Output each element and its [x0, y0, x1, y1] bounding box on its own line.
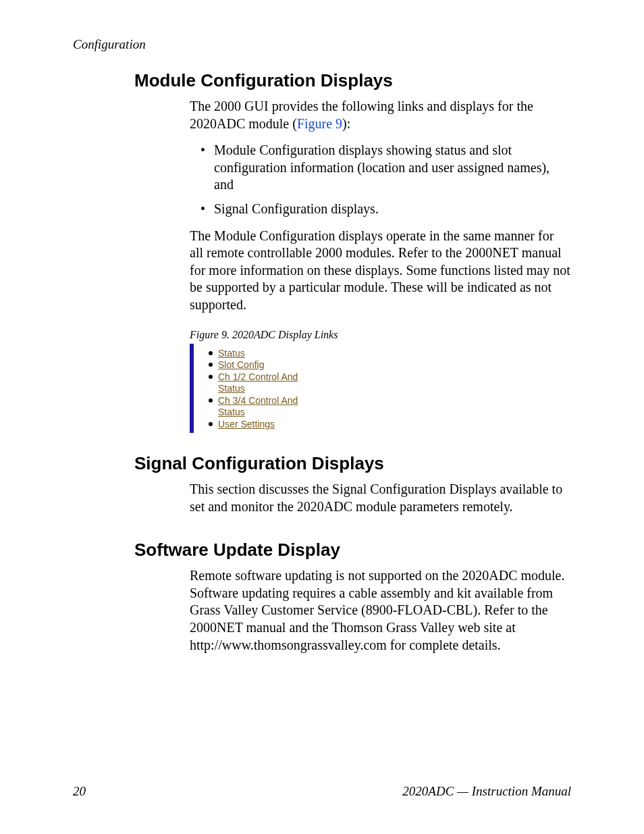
link-user-settings[interactable]: User Settings: [218, 419, 275, 429]
paragraph: This section discusses the Signal Config…: [190, 481, 570, 515]
heading-software-update: Software Update Display: [134, 540, 570, 561]
list-item: Signal Configuration displays.: [203, 201, 570, 218]
paragraph: The Module Configuration displays operat…: [190, 228, 570, 314]
link-slot-config[interactable]: Slot Config: [218, 359, 264, 370]
footer-title: 2020ADC — Instruction Manual: [402, 784, 571, 799]
figure-9: Status Slot Config Ch 1/2 Control And St…: [190, 344, 325, 434]
text-run: The 2000 GUI provides the following link…: [190, 99, 533, 131]
link-ch12-control[interactable]: Ch 1/2 Control And: [218, 371, 298, 382]
link-ch34-status[interactable]: Status: [218, 407, 245, 417]
list-item: User Settings: [209, 419, 322, 431]
bullet-list: Module Configuration displays showing st…: [190, 142, 570, 217]
figure-link-list: Status Slot Config Ch 1/2 Control And St…: [209, 348, 322, 431]
running-head: Configuration: [73, 37, 146, 52]
section-body-signal-configuration: This section discusses the Signal Config…: [190, 481, 570, 515]
text-run: ):: [342, 116, 350, 131]
list-item: Status: [209, 407, 322, 419]
paragraph: Remote software updating is not supporte…: [190, 567, 570, 654]
list-item: Status: [209, 348, 322, 360]
paragraph: The 2000 GUI provides the following link…: [190, 98, 570, 132]
footer: 20 2020ADC — Instruction Manual: [73, 784, 571, 799]
list-item: Slot Config: [209, 359, 322, 371]
list-item: Status: [209, 383, 322, 395]
list-item: Ch 1/2 Control And: [209, 371, 322, 384]
section-body-module-configuration: The 2000 GUI provides the following link…: [190, 98, 570, 433]
heading-module-configuration: Module Configuration Displays: [134, 70, 570, 91]
page-number: 20: [73, 784, 86, 799]
figure-caption: Figure 9. 2020ADC Display Links: [190, 329, 570, 341]
page: Configuration Module Configuration Displ…: [0, 0, 644, 834]
content-area: Module Configuration Displays The 2000 G…: [134, 70, 570, 663]
section-body-software-update: Remote software updating is not supporte…: [190, 567, 570, 654]
link-status[interactable]: Status: [218, 348, 245, 359]
link-ch12-status[interactable]: Status: [218, 383, 245, 394]
link-ch34-control[interactable]: Ch 3/4 Control And: [218, 395, 298, 406]
list-item: Ch 3/4 Control And: [209, 395, 322, 407]
list-item: Module Configuration displays showing st…: [203, 142, 570, 194]
link-figure-9[interactable]: Figure 9: [297, 116, 342, 131]
heading-signal-configuration: Signal Configuration Displays: [134, 453, 570, 474]
